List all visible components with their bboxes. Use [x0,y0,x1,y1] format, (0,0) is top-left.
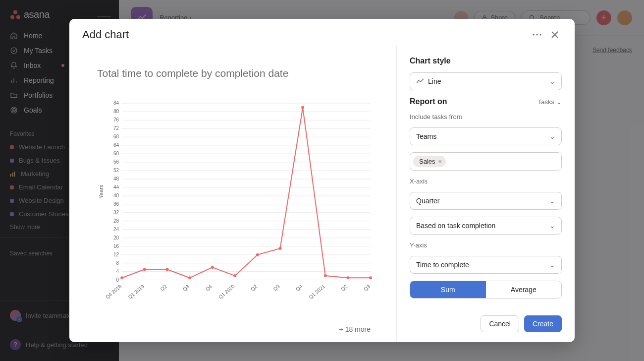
include-from-value: Teams [416,132,436,140]
close-icon[interactable] [548,28,562,42]
tag-sales: Sales× [413,156,446,167]
svg-text:16: 16 [113,243,119,249]
report-type-select[interactable]: Tasks ⌄ [538,98,562,106]
more-icon[interactable] [530,28,544,42]
chevron-down-icon: ⌄ [556,98,562,106]
add-chart-modal: Add chart Total time to complete by comp… [69,19,575,342]
cancel-button[interactable]: Cancel [481,315,519,332]
report-type-value: Tasks [538,98,554,106]
chart-preview: Total time to complete by completion dat… [69,46,396,342]
svg-point-18 [539,34,541,35]
line-chart-icon [416,78,424,84]
svg-text:Q1 2020: Q1 2020 [217,283,236,300]
svg-point-73 [278,247,281,250]
include-from-label: Include tasks from [410,113,562,120]
chevron-down-icon: ⌄ [549,222,555,230]
x-axis-value: Quarter [416,197,439,205]
chevron-down-icon: ⌄ [549,197,555,205]
svg-point-74 [301,106,304,109]
team-tag-input[interactable]: Sales× [410,152,562,171]
svg-point-75 [324,274,327,277]
svg-point-16 [533,34,534,35]
x-axis-basis-value: Based on task completion [416,222,495,230]
svg-text:32: 32 [113,210,119,215]
svg-point-71 [233,274,236,277]
svg-text:Q2: Q2 [340,283,349,292]
svg-text:8: 8 [116,260,119,266]
svg-point-66 [120,276,123,279]
y-axis-label: Y-axis [410,241,562,249]
chevron-down-icon: ⌄ [549,261,555,269]
svg-text:72: 72 [113,125,119,131]
svg-text:48: 48 [113,176,119,181]
svg-text:40: 40 [113,193,119,198]
chart-style-heading: Chart style [410,57,562,65]
svg-text:76: 76 [113,117,119,122]
svg-point-17 [536,34,537,35]
svg-point-67 [143,268,146,271]
x-axis-select[interactable]: Quarter ⌄ [410,192,562,210]
svg-text:Q2: Q2 [250,283,259,292]
svg-text:Q3: Q3 [363,283,372,292]
report-on-heading: Report on [410,97,447,106]
svg-text:Years: Years [98,184,104,198]
chart-title: Total time to complete by completion dat… [97,67,376,79]
tag-label: Sales [419,158,435,165]
modal-title: Add chart [82,28,129,41]
svg-text:28: 28 [113,218,119,224]
svg-point-69 [188,276,191,279]
config-panel: Chart style Line ⌄ Report on Tasks ⌄ Inc… [396,46,575,342]
svg-point-76 [346,276,349,279]
svg-text:Q4 2018: Q4 2018 [105,283,123,300]
svg-text:Q4: Q4 [295,283,304,292]
svg-text:Q1 2019: Q1 2019 [127,283,146,300]
svg-text:68: 68 [113,134,119,139]
svg-point-68 [165,268,168,271]
modal-header: Add chart [69,19,575,46]
svg-text:60: 60 [113,151,119,156]
agg-average[interactable]: Average [486,281,562,298]
svg-point-70 [211,266,214,269]
aggregation-toggle: SumAverage [410,281,562,299]
svg-text:0: 0 [116,277,119,283]
y-axis-value: Time to complete [416,261,469,269]
remove-tag-icon[interactable]: × [438,158,442,165]
x-axis-label: X-axis [410,178,562,185]
svg-text:36: 36 [113,201,119,207]
chart-style-select[interactable]: Line ⌄ [410,72,562,90]
svg-text:Q3: Q3 [182,283,191,292]
svg-text:20: 20 [113,235,119,241]
svg-text:24: 24 [113,227,119,232]
chart-style-value: Line [428,77,441,85]
y-axis-select[interactable]: Time to complete ⌄ [410,256,562,274]
svg-text:12: 12 [113,252,119,257]
svg-point-72 [256,253,259,256]
svg-text:Q2: Q2 [159,283,168,292]
svg-text:56: 56 [113,159,119,165]
svg-point-77 [369,276,372,279]
x-axis-basis-select[interactable]: Based on task completion ⌄ [410,217,562,235]
svg-text:Q1 2021: Q1 2021 [308,283,326,300]
svg-text:44: 44 [113,184,119,190]
svg-text:80: 80 [113,109,119,114]
agg-sum[interactable]: Sum [410,281,486,298]
chevron-down-icon: ⌄ [549,77,555,85]
chart-canvas: 0481216202428323640444852566064687276808… [97,84,376,321]
svg-text:52: 52 [113,168,119,173]
svg-text:84: 84 [113,100,119,106]
chevron-down-icon: ⌄ [549,132,555,140]
svg-text:64: 64 [113,142,119,148]
include-from-select[interactable]: Teams ⌄ [410,127,562,145]
svg-text:Q3: Q3 [272,283,281,292]
chart-more-link[interactable]: + 18 more [339,325,376,333]
create-button[interactable]: Create [524,315,562,332]
svg-text:4: 4 [116,269,119,274]
svg-text:Q4: Q4 [205,283,214,292]
